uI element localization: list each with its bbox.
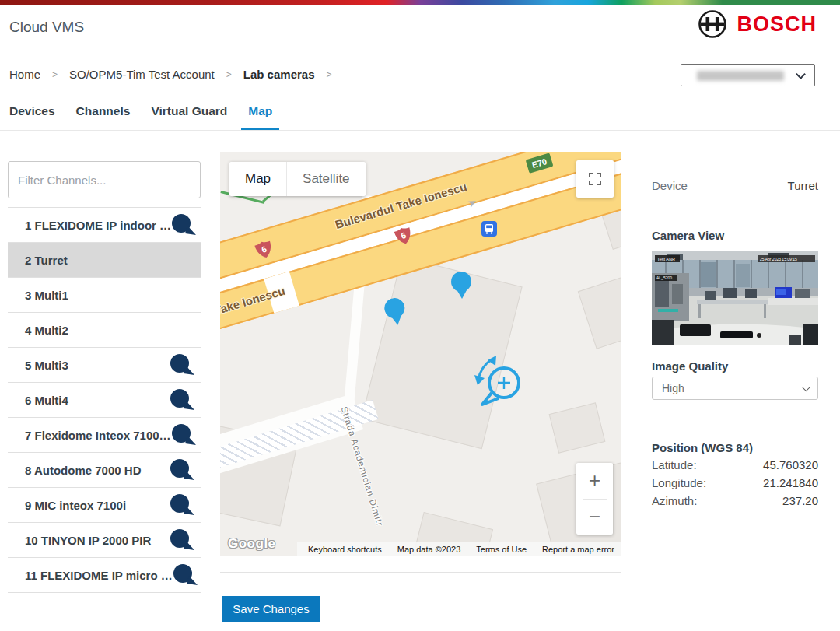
chevron-down-icon bbox=[796, 69, 806, 79]
latitude-row: Latitude: 45.760320 bbox=[652, 458, 818, 476]
google-logo[interactable]: Google bbox=[228, 536, 276, 552]
camera-overlay-secondary: AL_5200 bbox=[656, 275, 672, 280]
breadcrumb-separator: > bbox=[327, 69, 332, 80]
channel-row[interactable]: 3 Multi1 bbox=[8, 278, 201, 313]
breadcrumb: Home > SO/OPM5-Tim Test Account > Lab ca… bbox=[9, 68, 332, 81]
report-map-error-link[interactable]: Report a map error bbox=[542, 545, 614, 554]
camera-placed-icon bbox=[171, 424, 198, 446]
camera-placed-icon bbox=[170, 459, 196, 481]
device-value: Turret bbox=[788, 179, 818, 192]
azimuth-row: Azimuth: 237.20 bbox=[652, 494, 818, 512]
longitude-label: Longitude: bbox=[652, 476, 706, 494]
footer-divider bbox=[220, 572, 621, 573]
camera-placed-icon bbox=[173, 564, 199, 586]
azimuth-label: Azimuth: bbox=[652, 494, 697, 512]
camera-placed-icon bbox=[170, 494, 196, 516]
camera-marker[interactable] bbox=[450, 272, 473, 300]
longitude-row: Longitude: 21.241840 bbox=[652, 476, 818, 494]
breadcrumb-home[interactable]: Home bbox=[9, 68, 40, 81]
map-canvas[interactable]: Strada Academician Dimitr Bulevardul Tak… bbox=[220, 152, 621, 556]
terms-of-use-link[interactable]: Terms of Use bbox=[476, 545, 527, 554]
channel-row[interactable]: 8 Autodome 7000 HD bbox=[8, 453, 201, 488]
channel-row[interactable]: 10 TINYON IP 2000 PIR bbox=[8, 523, 201, 558]
channel-label: 3 Multi1 bbox=[25, 289, 68, 302]
account-select[interactable] bbox=[681, 64, 815, 86]
map-data-copyright: Map data ©2023 bbox=[397, 545, 461, 554]
breadcrumb-separator: > bbox=[226, 69, 232, 80]
device-row: Device Turret bbox=[652, 179, 818, 192]
camera-placed-icon bbox=[170, 529, 196, 551]
panel-divider bbox=[639, 209, 831, 209]
bus-stop-icon[interactable] bbox=[481, 221, 497, 237]
image-quality-label: Image Quality bbox=[652, 359, 728, 373]
bosch-logo: BOSCH bbox=[698, 9, 817, 39]
channel-row[interactable]: 5 Multi3 bbox=[8, 348, 201, 383]
camera-view-image: Test ANR AL_5200 25 Apr 2023 15:09:15 bbox=[652, 251, 818, 345]
breadcrumb-account[interactable]: SO/OPM5-Tim Test Account bbox=[69, 68, 215, 81]
active-camera-marker[interactable] bbox=[468, 350, 530, 412]
channel-label: 10 TINYON IP 2000 PIR bbox=[25, 534, 151, 547]
keyboard-shortcuts-link[interactable]: Keyboard shortcuts bbox=[308, 545, 382, 554]
tab-bar: Devices Channels Virtual Guard Map bbox=[9, 104, 272, 118]
camera-view-title: Camera View bbox=[652, 229, 724, 242]
azimuth-value: 237.20 bbox=[782, 494, 818, 512]
latitude-label: Latitude: bbox=[652, 458, 697, 476]
fullscreen-icon bbox=[588, 172, 602, 186]
bosch-supergraphic-bar bbox=[0, 0, 840, 5]
fullscreen-button[interactable] bbox=[576, 160, 614, 198]
channel-label: 7 Flexidome Inteox 7100… bbox=[25, 429, 171, 442]
channel-row[interactable]: 4 Multi2 bbox=[8, 313, 201, 348]
channel-label: 8 Autodome 7000 HD bbox=[25, 464, 141, 477]
save-changes-button[interactable]: Save Changes bbox=[222, 596, 320, 622]
channel-row[interactable]: 2 Turret bbox=[8, 243, 201, 278]
camera-placed-icon bbox=[170, 354, 196, 376]
bosch-symbol-icon bbox=[698, 9, 727, 39]
map-view-button[interactable]: Map bbox=[229, 162, 286, 196]
camera-overlay-name: Test ANR bbox=[657, 257, 675, 261]
satellite-view-button[interactable]: Satellite bbox=[286, 162, 365, 196]
channel-label: 11 FLEXIDOME IP micro … bbox=[25, 569, 173, 582]
latitude-value: 45.760320 bbox=[763, 458, 818, 476]
channel-row[interactable]: 7 Flexidome Inteox 7100… bbox=[8, 418, 201, 453]
camera-placed-icon bbox=[170, 389, 196, 411]
camera-placed-icon bbox=[171, 214, 198, 236]
channel-row[interactable]: 11 FLEXIDOME IP micro … bbox=[8, 558, 201, 593]
channel-label: 5 Multi3 bbox=[25, 359, 68, 372]
camera-overlay-timestamp: 25 Apr 2023 15:09:15 bbox=[760, 257, 797, 261]
longitude-value: 21.241840 bbox=[763, 476, 818, 494]
channel-row[interactable]: 6 Multi4 bbox=[8, 383, 201, 418]
channel-label: 1 FLEXIDOME IP indoor … bbox=[25, 219, 171, 232]
image-quality-select[interactable]: High bbox=[652, 377, 818, 400]
breadcrumb-separator: > bbox=[52, 69, 58, 80]
position-title: Position (WGS 84) bbox=[652, 441, 753, 454]
tab-bar-divider bbox=[0, 130, 840, 131]
channel-row[interactable]: 9 MIC inteox 7100i bbox=[8, 488, 201, 523]
zoom-control: + − bbox=[576, 463, 613, 535]
map-type-control: Map Satellite bbox=[229, 162, 366, 196]
bosch-wordmark: BOSCH bbox=[737, 12, 817, 37]
map-building bbox=[549, 402, 606, 453]
tab-virtual-guard[interactable]: Virtual Guard bbox=[151, 104, 227, 118]
breadcrumb-current[interactable]: Lab cameras bbox=[243, 68, 315, 81]
device-label: Device bbox=[652, 179, 688, 192]
map-attribution: Keyboard shortcuts Map data ©2023 Terms … bbox=[297, 542, 621, 556]
tab-map[interactable]: Map bbox=[248, 104, 272, 118]
map-building bbox=[578, 273, 621, 349]
tab-devices[interactable]: Devices bbox=[9, 104, 55, 118]
position-table: Latitude: 45.760320 Longitude: 21.241840… bbox=[652, 458, 818, 512]
camera-marker[interactable] bbox=[382, 296, 409, 328]
zoom-out-button[interactable]: − bbox=[576, 500, 613, 535]
channel-label: 2 Turret bbox=[25, 254, 68, 267]
channel-label: 4 Multi2 bbox=[25, 324, 68, 337]
channel-label: 6 Multi4 bbox=[25, 394, 68, 407]
image-quality-value: High bbox=[662, 382, 684, 394]
channel-list: 1 FLEXIDOME IP indoor … 2 Turret 3 Multi… bbox=[8, 207, 201, 593]
app-title: Cloud VMS bbox=[9, 19, 84, 36]
chevron-down-icon bbox=[802, 383, 810, 391]
channel-label: 9 MIC inteox 7100i bbox=[25, 499, 126, 512]
zoom-in-button[interactable]: + bbox=[576, 463, 613, 499]
account-select-redacted-value bbox=[697, 71, 784, 81]
tab-channels[interactable]: Channels bbox=[76, 104, 131, 118]
channel-row[interactable]: 1 FLEXIDOME IP indoor … bbox=[8, 208, 201, 243]
filter-channels-input[interactable] bbox=[8, 161, 201, 198]
